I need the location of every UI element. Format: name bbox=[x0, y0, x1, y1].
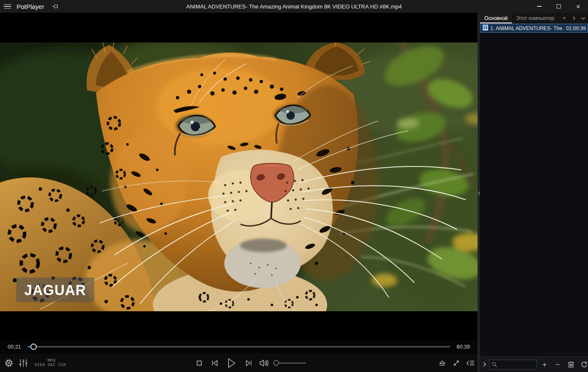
chevron-down-icon bbox=[581, 17, 585, 20]
playlist-items: 1. ANIMAL ADVENTURES- The A... 01:00:39 bbox=[480, 24, 588, 356]
seek-row: 00:21 60:39 bbox=[0, 340, 478, 354]
chevron-left-icon bbox=[478, 191, 481, 195]
seek-knob[interactable] bbox=[31, 344, 37, 350]
maximize-icon bbox=[557, 4, 561, 8]
playlist-icon bbox=[466, 360, 475, 366]
equalizer-button[interactable] bbox=[18, 357, 29, 369]
codec-channels: 2CH bbox=[58, 363, 66, 367]
tab-main[interactable]: Основной bbox=[480, 13, 512, 23]
previous-button[interactable] bbox=[209, 357, 220, 369]
video-area[interactable]: JAGUAR bbox=[0, 13, 478, 340]
next-button[interactable] bbox=[243, 357, 254, 369]
chevron-right-icon bbox=[483, 362, 486, 367]
tab-this-computer[interactable]: Этот компьютер bbox=[512, 13, 559, 23]
player-area: JAGUAR 00:21 60:39 bbox=[0, 13, 478, 372]
maximize-button[interactable] bbox=[549, 0, 568, 13]
seek-bar[interactable] bbox=[28, 344, 449, 350]
volume-knob[interactable] bbox=[274, 360, 279, 366]
eject-icon bbox=[438, 360, 446, 366]
open-file-button[interactable] bbox=[437, 357, 448, 369]
repeat-mode-button[interactable] bbox=[579, 358, 588, 370]
close-icon: × bbox=[576, 3, 580, 10]
total-time: 60:39 bbox=[457, 344, 470, 350]
fullscreen-button[interactable] bbox=[451, 357, 462, 369]
play-icon bbox=[227, 358, 236, 368]
playlist-item-duration: 01:00:39 bbox=[566, 25, 586, 31]
stop-icon bbox=[196, 360, 202, 366]
playlist-item-title: 1. ANIMAL ADVENTURES- The A... bbox=[490, 25, 564, 31]
collapse-handle[interactable] bbox=[478, 189, 481, 198]
chevron-right-icon bbox=[572, 16, 576, 20]
tab-menu-button[interactable] bbox=[579, 13, 588, 23]
pin-icon[interactable] bbox=[52, 3, 59, 9]
minimize-button[interactable] bbox=[529, 0, 549, 13]
playlist-item-selected[interactable]: 1. ANIMAL ADVENTURES- The A... 01:00:39 bbox=[480, 24, 588, 33]
gear-icon bbox=[4, 358, 14, 368]
mute-button[interactable] bbox=[258, 357, 269, 369]
tab-scroll-button[interactable] bbox=[569, 13, 579, 23]
add-tab-button[interactable]: + bbox=[559, 13, 569, 23]
playlist-toggle-button[interactable] bbox=[465, 357, 476, 369]
playlist-search-box[interactable] bbox=[489, 360, 537, 369]
menu-icon[interactable] bbox=[4, 2, 12, 11]
app-name: PotPlayer bbox=[17, 3, 44, 10]
remove-item-button[interactable]: − bbox=[552, 358, 563, 370]
search-input[interactable] bbox=[499, 361, 534, 367]
codec-info: MP4 H264AAC2CH bbox=[35, 359, 68, 367]
playlist-bottom-bar: + − bbox=[480, 356, 588, 372]
fullscreen-icon bbox=[452, 359, 460, 367]
playlist-panel: Основной Этот компьютер + bbox=[480, 13, 588, 372]
codec-audio: AAC bbox=[48, 363, 55, 367]
video-image: JAGUAR bbox=[0, 42, 478, 311]
settings-button[interactable] bbox=[3, 357, 14, 369]
repeat-icon bbox=[581, 361, 588, 368]
stop-button[interactable] bbox=[194, 357, 205, 369]
minus-icon: − bbox=[556, 361, 560, 368]
next-icon bbox=[245, 360, 252, 366]
playlist-tabs: Основной Этот компьютер + bbox=[480, 13, 588, 24]
minimize-icon bbox=[537, 6, 542, 6]
plus-icon: + bbox=[543, 361, 547, 368]
equalizer-icon bbox=[19, 359, 28, 367]
trash-icon bbox=[568, 361, 574, 368]
media-file-icon bbox=[483, 25, 488, 32]
volume-icon bbox=[259, 359, 269, 367]
title-bar: PotPlayer ANIMAL ADVENTURES- The Amazing… bbox=[0, 0, 588, 13]
window-title: ANIMAL ADVENTURES- The Amazing Animal Ki… bbox=[0, 3, 588, 10]
control-bar: MP4 H264AAC2CH bbox=[0, 354, 478, 372]
playlist-expand-button[interactable] bbox=[483, 358, 486, 370]
codec-video: H264 bbox=[35, 363, 45, 367]
play-button[interactable] bbox=[224, 357, 239, 369]
video-caption-jaguar: JAGUAR bbox=[16, 278, 94, 302]
delete-button[interactable] bbox=[565, 358, 576, 370]
current-time: 00:21 bbox=[8, 344, 21, 350]
potplayer-window: PotPlayer ANIMAL ADVENTURES- The Amazing… bbox=[0, 0, 588, 372]
previous-icon bbox=[211, 360, 218, 366]
close-button[interactable]: × bbox=[568, 0, 588, 13]
volume-slider[interactable] bbox=[274, 360, 306, 366]
add-item-button[interactable]: + bbox=[539, 358, 550, 370]
search-icon bbox=[492, 362, 497, 367]
panel-divider[interactable] bbox=[478, 13, 480, 372]
